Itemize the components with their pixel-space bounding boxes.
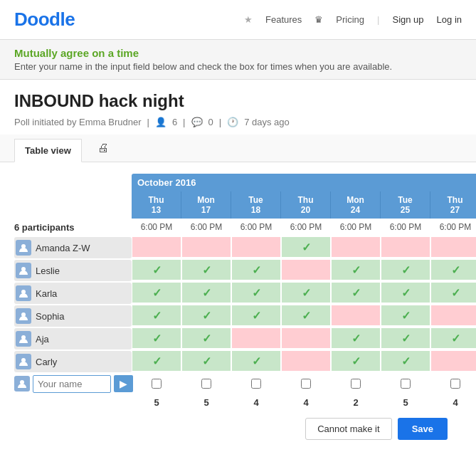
nav-divider: |	[377, 14, 379, 25]
availability-cell: ✓	[430, 259, 476, 280]
availability-cell	[281, 327, 331, 349]
tab-table-view[interactable]: Table view	[14, 139, 82, 162]
check-icon: ✓	[401, 263, 411, 277]
nav-pricing[interactable]: Pricing	[336, 14, 364, 25]
nav-login[interactable]: Log in	[437, 14, 462, 25]
nav-signup[interactable]: Sign up	[392, 14, 423, 25]
participant-name: Carly	[14, 351, 132, 372]
availability-checkbox[interactable]	[401, 379, 411, 389]
table-container: October 2016Thu13Mon17Tue18Thu20Mon24Tue…	[0, 162, 476, 452]
availability-cell: ✓	[381, 259, 430, 280]
poll-divider1: |	[147, 117, 149, 127]
check-icon: ✓	[302, 286, 311, 300]
availability-cell: ✓	[331, 259, 381, 280]
cannot-make-it-button[interactable]: Cannot make it	[305, 418, 391, 440]
availability-cell: ✓	[231, 282, 281, 303]
availability-cell: ✓	[181, 350, 231, 372]
time-label: 6:00 PM	[281, 219, 331, 236]
name-submit-button[interactable]: ▶	[114, 375, 133, 392]
check-icon: ✓	[152, 263, 162, 277]
checkbox-cell	[281, 373, 331, 394]
day-header-spacer	[14, 191, 132, 219]
check-icon: ✓	[451, 263, 460, 277]
check-icon: ✓	[202, 286, 211, 300]
availability-cell	[181, 236, 231, 258]
availability-checkbox[interactable]	[301, 379, 311, 389]
day-header: Mon24	[331, 191, 381, 219]
count-cell: 5	[181, 394, 231, 411]
poll-participants-count: 6	[172, 117, 177, 127]
month-header: October 2016	[132, 174, 476, 191]
check-icon: ✓	[451, 286, 460, 300]
day-header: Thu13	[132, 191, 181, 219]
availability-cell	[331, 236, 381, 258]
grid-spacer	[14, 174, 132, 191]
banner-subtitle: Enter your name in the input field below…	[14, 61, 462, 72]
poll-time-ago: 7 days ago	[244, 117, 290, 127]
availability-cell: ✓	[132, 327, 181, 349]
availability-cell	[231, 236, 281, 258]
poll-section: INBOUND hack night Poll initiated by Emm…	[0, 80, 476, 135]
availability-checkbox[interactable]	[152, 379, 162, 389]
availability-checkbox[interactable]	[251, 379, 261, 389]
availability-cell: ✓	[281, 236, 331, 258]
poll-title: INBOUND hack night	[14, 91, 462, 111]
check-icon: ✓	[252, 309, 261, 322]
poll-meta: Poll initiated by Emma Brudner | 👤 6 | 💬…	[14, 117, 462, 127]
check-icon: ✓	[202, 309, 211, 322]
check-icon: ✓	[152, 332, 162, 345]
availability-cell: ✓	[381, 305, 430, 326]
check-icon: ✓	[401, 354, 411, 368]
checkbox-cell	[331, 373, 381, 394]
avatar	[16, 285, 31, 301]
availability-checkbox[interactable]	[351, 379, 361, 389]
check-icon: ✓	[451, 332, 460, 345]
checkbox-cell	[132, 373, 181, 394]
availability-cell	[231, 327, 281, 349]
count-cell: 5	[381, 394, 430, 411]
availability-checkbox[interactable]	[450, 379, 460, 389]
nav: ★ Features ♛ Pricing | Sign up Log in	[244, 14, 462, 25]
time-label: 6:00 PM	[132, 219, 181, 236]
nav-features[interactable]: Features	[265, 14, 302, 25]
availability-cell: ✓	[231, 350, 281, 372]
print-icon[interactable]: 🖨	[93, 137, 113, 159]
clock-icon: 🕐	[227, 117, 238, 127]
participant-name: Sophia	[14, 305, 132, 327]
checkbox-cell	[231, 373, 281, 394]
count-cell: 4	[430, 394, 476, 411]
count-spacer	[14, 394, 132, 411]
participant-name: Karla	[14, 283, 132, 304]
availability-cell: ✓	[381, 282, 430, 303]
check-icon: ✓	[351, 286, 361, 300]
time-label: 6:00 PM	[430, 219, 476, 236]
save-button[interactable]: Save	[398, 418, 448, 440]
availability-cell	[430, 236, 476, 258]
availability-cell: ✓	[231, 259, 281, 280]
avatar	[14, 376, 30, 391]
check-icon: ✓	[152, 309, 162, 322]
availability-cell: ✓	[132, 282, 181, 303]
time-label: 6:00 PM	[331, 219, 381, 236]
check-icon: ✓	[152, 354, 162, 368]
availability-cell: ✓	[381, 327, 430, 349]
logo[interactable]: Doodle	[14, 9, 75, 31]
availability-cell	[430, 350, 476, 372]
check-icon: ✓	[401, 286, 411, 300]
day-header: Thu27	[430, 191, 476, 219]
day-header: Tue18	[231, 191, 281, 219]
avatar	[16, 354, 31, 369]
check-icon: ✓	[202, 332, 211, 345]
check-icon: ✓	[351, 332, 361, 345]
participant-name: Amanda Z-W	[14, 237, 132, 258]
availability-cell: ✓	[430, 327, 476, 349]
availability-cell	[281, 259, 331, 280]
checkbox-cell	[430, 373, 476, 394]
availability-cell: ✓	[331, 327, 381, 349]
name-input[interactable]	[33, 375, 111, 393]
check-icon: ✓	[252, 263, 261, 277]
availability-checkbox[interactable]	[201, 379, 211, 389]
availability-cell: ✓	[331, 350, 381, 372]
participant-icon: 👤	[155, 117, 166, 127]
avatar	[16, 331, 31, 347]
